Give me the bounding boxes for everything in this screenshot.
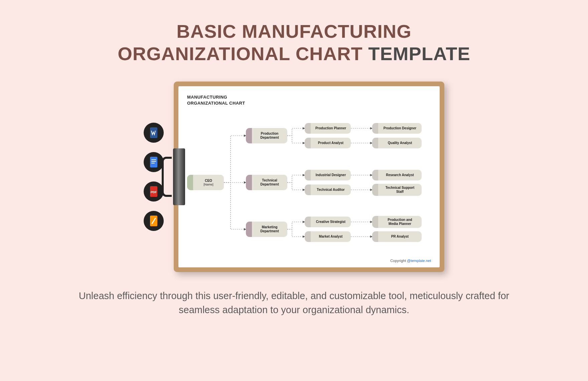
node-product-analyst: Product Analyst — [305, 138, 351, 148]
svg-rect-4 — [151, 163, 155, 163]
node-production-planner: Production Planner — [305, 123, 351, 134]
label: Quality Analyst — [378, 138, 422, 148]
label: Technical Auditor — [311, 184, 351, 195]
format-icons: PDF — [144, 123, 164, 231]
node-technical-support: Technical Support Staff — [372, 184, 422, 196]
pdf-icon[interactable]: PDF — [144, 181, 164, 202]
node-ceo-body: CEO [Name] — [193, 175, 224, 190]
node-technical-auditor: Technical Auditor — [305, 184, 351, 195]
dept-marketing-label: Marketing Department — [252, 222, 287, 237]
copyright-link[interactable]: @template.net — [407, 259, 431, 263]
svg-text:PDF: PDF — [151, 190, 157, 194]
gdocs-icon[interactable] — [144, 152, 164, 172]
node-dept-marketing: Marketing Department — [246, 222, 287, 237]
dept-production-label: Production Department — [252, 128, 287, 143]
label: Technical Support Staff — [378, 184, 422, 196]
node-market-analyst: Market Analyst — [305, 231, 351, 242]
clipboard: MANUFACTURING ORGANIZATIONAL CHART — [174, 82, 444, 272]
node-production-media-planner: Production and Media Planner — [372, 216, 422, 228]
pages-icon[interactable] — [144, 211, 164, 231]
clipboard-clip — [162, 148, 185, 205]
node-production-designer: Production Designer — [372, 123, 422, 134]
content-row: PDF MANUFACTURING ORGANIZATIONAL CHART — [144, 82, 444, 272]
title-line2: ORGANIZATIONAL CHART TEMPLATE — [118, 42, 470, 65]
node-pr-analyst: PR Analyst — [372, 231, 422, 242]
node-industrial-designer: Industrial Designer — [305, 170, 351, 180]
ceo-sub: [Name] — [203, 183, 213, 186]
node-dept-technical: Technical Department — [246, 175, 287, 190]
node-creative-strategist: Creative Strategist — [305, 217, 351, 227]
label: Research Analyst — [378, 170, 422, 180]
dept-technical-label: Technical Department — [252, 175, 287, 190]
chart-heading-l1: MANUFACTURING — [187, 94, 431, 100]
svg-rect-3 — [151, 161, 156, 162]
title-line1: BASIC MANUFACTURING — [118, 20, 470, 42]
ceo-title: CEO — [205, 179, 212, 183]
word-icon[interactable] — [144, 123, 164, 143]
copyright-label: Copyright — [390, 259, 407, 263]
svg-rect-2 — [151, 159, 156, 160]
label: Industrial Designer — [311, 170, 351, 180]
label: Creative Strategist — [311, 217, 351, 227]
label: Production Designer — [378, 123, 422, 134]
label: Production and Media Planner — [378, 216, 422, 228]
node-research-analyst: Research Analyst — [372, 170, 422, 180]
node-quality-analyst: Quality Analyst — [372, 138, 422, 148]
description: Unleash efficiency through this user-fri… — [63, 289, 525, 317]
org-chart: CEO [Name] Production Department Technic… — [187, 112, 431, 254]
svg-rect-1 — [150, 157, 157, 167]
chart-heading-l2: ORGANIZATIONAL CHART — [187, 100, 431, 106]
label: PR Analyst — [378, 231, 422, 242]
node-dept-production: Production Department — [246, 128, 287, 143]
copyright: Copyright @template.net — [390, 259, 431, 263]
paper: MANUFACTURING ORGANIZATIONAL CHART — [178, 86, 440, 267]
title-line2-part1: ORGANIZATIONAL CHART — [118, 43, 362, 64]
label: Production Planner — [311, 123, 351, 134]
label: Market Analyst — [311, 231, 351, 242]
node-ceo: CEO [Name] — [187, 175, 224, 190]
label: Product Analyst — [311, 138, 351, 148]
title-line2-part2: TEMPLATE — [368, 43, 470, 64]
chart-heading: MANUFACTURING ORGANIZATIONAL CHART — [187, 94, 431, 106]
page-title: BASIC MANUFACTURING ORGANIZATIONAL CHART… — [118, 20, 470, 65]
